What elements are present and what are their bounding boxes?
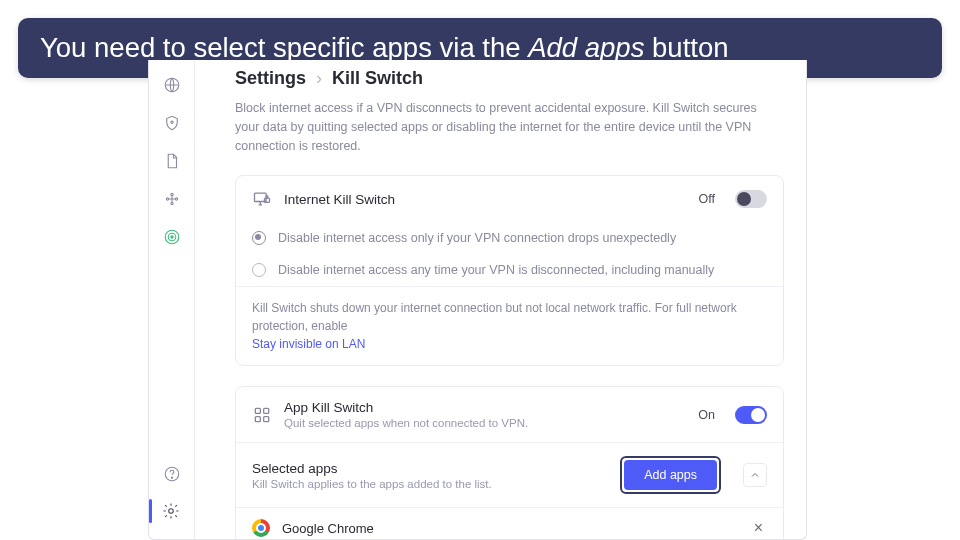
add-apps-highlight: Add apps <box>620 456 721 494</box>
monitor-lock-icon <box>252 189 272 209</box>
sidebar <box>149 60 195 539</box>
app-ks-state: On <box>698 408 715 422</box>
app-kill-switch-card: App Kill Switch Quit selected apps when … <box>235 386 784 539</box>
breadcrumb: Settings › Kill Switch <box>235 68 784 89</box>
collapse-apps-button[interactable] <box>743 463 767 487</box>
banner-text-after: button <box>644 32 728 63</box>
internet-ks-toggle[interactable] <box>735 190 767 208</box>
app-ks-subtitle: Quit selected apps when not connected to… <box>284 417 686 429</box>
internet-ks-title: Internet Kill Switch <box>284 192 687 207</box>
globe-icon[interactable] <box>163 76 181 94</box>
svg-point-1 <box>170 121 172 123</box>
app-ks-title: App Kill Switch <box>284 400 686 415</box>
shield-icon[interactable] <box>163 114 181 132</box>
app-grid-icon <box>252 405 272 425</box>
svg-rect-16 <box>255 416 260 421</box>
breadcrumb-root[interactable]: Settings <box>235 68 306 89</box>
internet-ks-radio-1[interactable]: Disable internet access only if your VPN… <box>236 222 783 254</box>
app-row-chrome: Google Chrome × <box>236 507 783 539</box>
svg-point-8 <box>170 236 172 238</box>
svg-point-2 <box>170 193 172 195</box>
svg-point-10 <box>171 477 172 478</box>
svg-point-4 <box>166 198 168 200</box>
banner-text-before: You need to select specific apps via the <box>40 32 528 63</box>
file-icon[interactable] <box>163 152 181 170</box>
page-description: Block internet access if a VPN disconnec… <box>235 99 775 155</box>
app-ks-toggle[interactable] <box>735 406 767 424</box>
svg-point-11 <box>169 509 174 514</box>
sidebar-active-indicator <box>149 499 152 523</box>
settings-content: Settings › Kill Switch Block internet ac… <box>195 60 806 539</box>
app-window: Settings › Kill Switch Block internet ac… <box>148 60 807 540</box>
app-name: Google Chrome <box>282 521 738 536</box>
banner-emph: Add apps <box>528 32 644 63</box>
stay-invisible-link[interactable]: Stay invisible on LAN <box>252 337 365 351</box>
svg-rect-17 <box>264 416 269 421</box>
internet-ks-state: Off <box>699 192 715 206</box>
svg-point-5 <box>175 198 177 200</box>
radio-unselected-icon <box>252 263 266 277</box>
breadcrumb-separator: › <box>316 68 322 89</box>
mesh-icon[interactable] <box>163 190 181 208</box>
selected-apps-title: Selected apps <box>252 461 608 476</box>
gear-icon[interactable] <box>162 502 180 520</box>
radio-2-label: Disable internet access any time your VP… <box>278 263 714 277</box>
svg-rect-13 <box>265 198 270 202</box>
internet-ks-radio-2[interactable]: Disable internet access any time your VP… <box>236 254 783 286</box>
add-apps-button[interactable]: Add apps <box>624 460 717 490</box>
svg-rect-15 <box>264 408 269 413</box>
selected-apps-sub: Kill Switch applies to the apps added to… <box>252 478 608 490</box>
radar-icon[interactable] <box>163 228 181 246</box>
svg-point-3 <box>170 202 172 204</box>
internet-kill-switch-card: Internet Kill Switch Off Disable interne… <box>235 175 784 366</box>
radio-1-label: Disable internet access only if your VPN… <box>278 231 676 245</box>
internet-ks-note: Kill Switch shuts down your internet con… <box>236 286 783 365</box>
svg-rect-14 <box>255 408 260 413</box>
help-icon[interactable] <box>163 465 181 483</box>
remove-app-button[interactable]: × <box>750 519 767 537</box>
radio-selected-icon <box>252 231 266 245</box>
note-text: Kill Switch shuts down your internet con… <box>252 301 737 333</box>
breadcrumb-current: Kill Switch <box>332 68 423 89</box>
chrome-icon <box>252 519 270 537</box>
